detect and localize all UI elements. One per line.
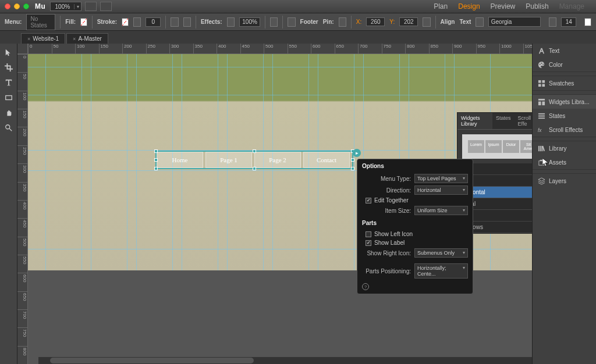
canvas[interactable]: Home Page 1 Page 2 Contact ▸ Option (28, 54, 532, 364)
font-dropdown[interactable] (488, 17, 541, 27)
selection-tool[interactable] (2, 46, 15, 59)
dock-library[interactable]: Library (533, 141, 596, 155)
nav-manage[interactable]: Manage (559, 2, 584, 10)
edit-together-checkbox[interactable]: ✓Edit Together (357, 196, 473, 205)
font-size-input[interactable] (561, 17, 576, 27)
corners-icon[interactable] (171, 17, 178, 27)
states-dropdown[interactable]: No States (26, 14, 55, 30)
info-icon[interactable]: ? (362, 283, 369, 290)
horizontal-ruler[interactable]: 0501001502002503003504004505005506006507… (28, 44, 532, 54)
rectangle-tool[interactable] (2, 91, 15, 104)
corners-dd-icon[interactable] (183, 17, 191, 27)
selection-handle[interactable] (154, 167, 158, 170)
guide[interactable] (127, 54, 127, 270)
scrollbar-thumb[interactable] (50, 358, 254, 363)
parts-positioning-dropdown[interactable]: Horizontally; Cente...▾ (414, 263, 468, 279)
show-label-checkbox[interactable]: ✓Show Label (357, 238, 473, 247)
text-label[interactable]: Text (459, 19, 471, 25)
selection-handle[interactable] (253, 167, 256, 170)
text-tool[interactable] (2, 76, 15, 89)
nav-design[interactable]: Design (458, 2, 480, 10)
tab-label: A-Master (78, 35, 102, 42)
widgets-icon (537, 98, 545, 105)
ruler-origin[interactable] (17, 44, 28, 54)
text-format-icon[interactable] (476, 17, 483, 27)
x-input[interactable] (366, 17, 385, 26)
guide[interactable] (28, 95, 532, 95)
widget-preview[interactable]: Lorem Ipsum Dolor Sit Amet (462, 134, 532, 159)
guide[interactable] (81, 54, 82, 270)
item-size-dropdown[interactable]: Uniform Size▾ (414, 206, 468, 215)
vertical-ruler[interactable]: 0501001502002503003504004505005506006507… (17, 54, 28, 364)
dock-states[interactable]: States (533, 109, 596, 123)
dock-text[interactable]: Text (533, 44, 596, 58)
divider (282, 16, 283, 28)
align-label[interactable]: Align (440, 19, 455, 25)
direction-label: Direction: (362, 187, 411, 194)
tab-a-master[interactable]: × A-Master (66, 33, 108, 44)
guide[interactable] (136, 54, 137, 270)
tab-states[interactable]: States (492, 113, 515, 129)
checkbox-checked-icon: ✓ (366, 198, 371, 204)
nav-plan[interactable]: Plan (434, 2, 448, 10)
zoom-window-button[interactable] (23, 3, 29, 9)
tab-website-1[interactable]: × Website-1 (21, 33, 65, 44)
fill-swatch[interactable] (80, 18, 87, 26)
stroke-weight-input[interactable] (146, 17, 161, 27)
pin-grid[interactable] (339, 17, 346, 27)
menu-widget[interactable]: Home Page 1 Page 2 Contact (156, 151, 353, 169)
direction-dropdown[interactable]: Horizontal▾ (414, 185, 468, 195)
zoom-tool[interactable] (2, 122, 15, 134)
selection-handle[interactable] (351, 167, 354, 170)
guide[interactable] (354, 54, 354, 270)
tab-scroll-effects[interactable]: Scroll Effe (515, 113, 532, 129)
dock-swatches[interactable]: Swatches (533, 76, 596, 90)
selection-handle[interactable] (351, 158, 354, 162)
widget-options-flyout-icon[interactable]: ▸ (353, 149, 361, 157)
menu-type-dropdown[interactable]: Top Level Pages▾ (414, 174, 468, 183)
stroke-swatch[interactable] (122, 18, 129, 26)
close-icon[interactable]: × (27, 36, 30, 42)
tab-widgets-library[interactable]: Widgets Library (457, 113, 492, 129)
dock-widgets-library[interactable]: Widgets Libra... (533, 95, 596, 109)
dock-layers[interactable]: Layers (533, 174, 596, 188)
menu-item-page1[interactable]: Page 1 (205, 152, 252, 168)
nav-publish[interactable]: Publish (526, 2, 548, 10)
show-left-icon-checkbox[interactable]: Show Left Icon (357, 230, 473, 238)
minimize-window-button[interactable] (14, 3, 20, 9)
hand-tool[interactable] (2, 106, 15, 119)
menu-item-page2[interactable]: Page 2 (254, 152, 301, 168)
selection-handle[interactable] (154, 158, 158, 162)
tab-label: Website-1 (33, 35, 59, 42)
text-color-swatch[interactable] (584, 18, 591, 26)
toolbar-button-1[interactable] (85, 2, 97, 11)
nav-preview[interactable]: Preview (491, 2, 516, 10)
transform-icon[interactable] (423, 17, 430, 27)
y-input[interactable] (399, 17, 418, 26)
dock-scroll-effects[interactable]: fxScroll Effects (533, 123, 596, 137)
close-window-button[interactable] (5, 3, 10, 9)
y-label: Y: (389, 19, 395, 25)
divider (60, 16, 61, 28)
opacity-input[interactable] (239, 17, 260, 27)
menu-item-contact[interactable]: Contact (303, 152, 350, 168)
menu-item-home[interactable]: Home (157, 152, 203, 168)
crop-tool[interactable] (2, 61, 15, 74)
guide[interactable] (45, 54, 46, 270)
guide[interactable] (91, 54, 91, 270)
zoom-dropdown-icon[interactable]: ▾ (74, 4, 81, 9)
zoom-control[interactable]: ▾ (50, 2, 81, 11)
selection-handle[interactable] (253, 149, 256, 153)
svg-rect-2 (538, 80, 541, 83)
guide[interactable] (28, 67, 532, 67)
show-right-dropdown[interactable]: Submenus Only▾ (414, 248, 468, 258)
toolbar-button-2[interactable] (100, 2, 112, 11)
zoom-input[interactable] (51, 3, 74, 10)
horizontal-scrollbar[interactable] (38, 357, 532, 364)
dock-color[interactable]: Color (533, 58, 596, 72)
effects-icon[interactable] (227, 17, 235, 27)
svg-text:fx: fx (538, 127, 542, 133)
anchor-icon[interactable] (270, 17, 278, 27)
close-icon[interactable]: × (73, 36, 76, 42)
selection-handle[interactable] (154, 149, 158, 153)
